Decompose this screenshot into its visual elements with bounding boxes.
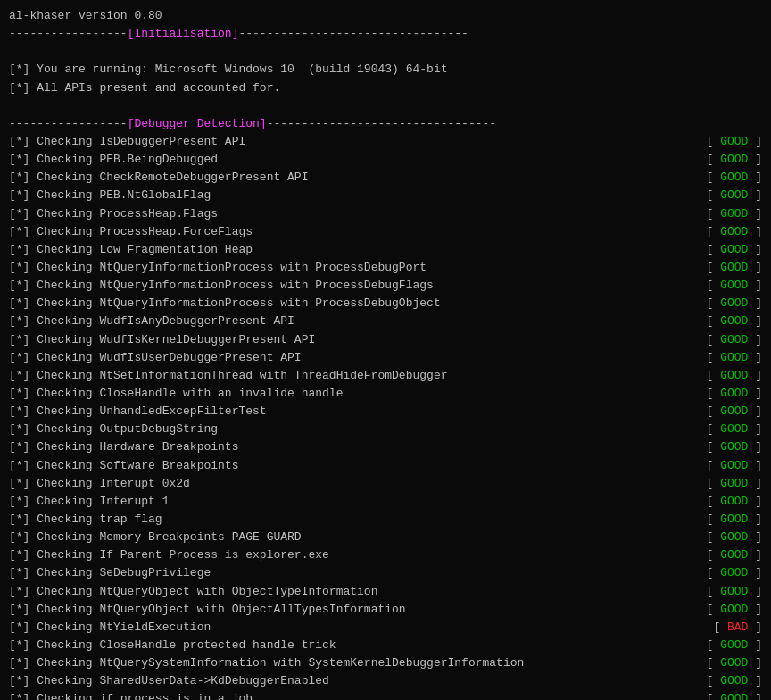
check-label: [*] Checking PEB.NtGlobalFlag	[9, 187, 700, 204]
check-status: [ GOOD ]	[700, 493, 762, 511]
check-status: [ GOOD ]	[700, 529, 762, 546]
check-line: [*] Checking WudfIsAnyDebuggerPresent AP…	[9, 312, 762, 330]
check-line: [*] Checking Hardware Breakpoints[ GOOD …	[9, 438, 762, 456]
check-status: [ GOOD ]	[700, 672, 762, 690]
check-status: [ GOOD ]	[700, 312, 762, 330]
init-line-1: [*] You are running: Microsoft Windows 1…	[9, 61, 762, 79]
check-line: [*] Checking IsDebuggerPresent API[ GOOD…	[9, 133, 762, 151]
check-label: [*] Checking WudfIsAnyDebuggerPresent AP…	[9, 312, 700, 330]
check-label: [*] Checking WudfIsUserDebuggerPresent A…	[9, 349, 700, 367]
check-status: [ GOOD ]	[700, 403, 762, 421]
spacer1	[9, 43, 762, 61]
check-label: [*] Checking NtQueryInformationProcess w…	[9, 259, 700, 277]
check-line: [*] Checking NtQueryInformationProcess w…	[9, 295, 762, 312]
check-label: [*] Checking NtQuerySystemInformation wi…	[9, 654, 700, 672]
check-status: [ GOOD ]	[700, 223, 762, 241]
check-status: [ GOOD ]	[700, 385, 762, 403]
check-line: [*] Checking Interupt 1[ GOOD ]	[9, 493, 762, 511]
init-header-line: -----------------[Initialisation]-------…	[9, 25, 762, 43]
check-label: [*] Checking ProcessHeap.Flags	[9, 205, 700, 223]
check-status: [ GOOD ]	[700, 349, 762, 367]
check-label: [*] Checking NtYieldExecution	[9, 619, 706, 637]
check-label: [*] Checking CheckRemoteDebuggerPresent …	[9, 169, 700, 187]
check-label: [*] Checking NtQueryObject with ObjectTy…	[9, 583, 700, 601]
check-status: [ GOOD ]	[700, 457, 762, 475]
check-status: [ GOOD ]	[700, 564, 762, 582]
check-status: [ GOOD ]	[700, 601, 762, 619]
init-header: -----------------[Initialisation]-------…	[9, 25, 762, 43]
terminal: al-khaser version 0.80 -----------------…	[9, 7, 762, 700]
check-status: [ GOOD ]	[700, 205, 762, 223]
check-line: [*] Checking PEB.NtGlobalFlag[ GOOD ]	[9, 187, 762, 204]
check-status: [ GOOD ]	[700, 277, 762, 295]
check-label: [*] Checking SharedUserData->KdDebuggerE…	[9, 672, 700, 690]
check-line: [*] Checking CloseHandle with an invalid…	[9, 385, 762, 403]
init-text-2: [*] All APIs present and accounted for.	[9, 79, 762, 97]
debugger-section-label: [Debugger Detection]	[128, 117, 267, 130]
spacer2	[9, 97, 762, 115]
check-status: [ GOOD ]	[700, 295, 762, 312]
check-line: [*] Checking NtQueryInformationProcess w…	[9, 277, 762, 295]
check-status: [ GOOD ]	[700, 187, 762, 204]
check-line: [*] Checking CloseHandle protected handl…	[9, 637, 762, 654]
check-line: [*] Checking Memory Breakpoints PAGE GUA…	[9, 529, 762, 546]
check-status: [ GOOD ]	[700, 511, 762, 529]
check-label: [*] Checking PEB.BeingDebugged	[9, 151, 700, 169]
check-line: [*] Checking NtQuerySystemInformation wi…	[9, 654, 762, 672]
check-status: [ GOOD ]	[700, 259, 762, 277]
check-line: [*] Checking WudfIsKernelDebuggerPresent…	[9, 331, 762, 349]
check-line: [*] Checking ProcessHeap.ForceFlags[ GOO…	[9, 223, 762, 241]
check-label: [*] Checking Interupt 1	[9, 493, 700, 511]
check-line: [*] Checking SharedUserData->KdDebuggerE…	[9, 672, 762, 690]
checks-container: [*] Checking IsDebuggerPresent API[ GOOD…	[9, 133, 762, 700]
title-text: al-khaser version 0.80	[9, 7, 762, 25]
check-label: [*] Checking if process is in a job	[9, 690, 700, 700]
check-line: [*] Checking NtYieldExecution[ BAD ]	[9, 619, 762, 637]
check-status: [ GOOD ]	[700, 331, 762, 349]
check-label: [*] Checking CloseHandle with an invalid…	[9, 385, 700, 403]
check-label: [*] Checking OutputDebugString	[9, 421, 700, 438]
check-label: [*] Checking CloseHandle protected handl…	[9, 637, 700, 654]
check-line: [*] Checking if process is in a job[ GOO…	[9, 690, 762, 700]
check-line: [*] Checking WudfIsUserDebuggerPresent A…	[9, 349, 762, 367]
check-label: [*] Checking NtQueryObject with ObjectAl…	[9, 601, 700, 619]
check-label: [*] Checking NtQueryInformationProcess w…	[9, 277, 700, 295]
check-status: [ GOOD ]	[700, 475, 762, 493]
check-line: [*] Checking Interupt 0x2d[ GOOD ]	[9, 475, 762, 493]
check-line: [*] Checking NtQueryObject with ObjectAl…	[9, 601, 762, 619]
check-label: [*] Checking NtSetInformationThread with…	[9, 367, 700, 385]
check-status: [ GOOD ]	[700, 637, 762, 654]
check-line: [*] Checking CheckRemoteDebuggerPresent …	[9, 169, 762, 187]
check-label: [*] Checking Memory Breakpoints PAGE GUA…	[9, 529, 700, 546]
check-line: [*] Checking OutputDebugString[ GOOD ]	[9, 421, 762, 438]
check-status: [ GOOD ]	[700, 367, 762, 385]
check-label: [*] Checking Software Breakpoints	[9, 457, 700, 475]
check-line: [*] Checking NtQueryInformationProcess w…	[9, 259, 762, 277]
check-status: [ GOOD ]	[700, 546, 762, 564]
check-label: [*] Checking If Parent Process is explor…	[9, 546, 700, 564]
check-label: [*] Checking IsDebuggerPresent API	[9, 133, 700, 151]
check-label: [*] Checking Low Fragmentation Heap	[9, 241, 700, 259]
check-status: [ GOOD ]	[700, 690, 762, 700]
check-line: [*] Checking trap flag[ GOOD ]	[9, 511, 762, 529]
check-line: [*] Checking PEB.BeingDebugged[ GOOD ]	[9, 151, 762, 169]
check-line: [*] Checking ProcessHeap.Flags[ GOOD ]	[9, 205, 762, 223]
check-label: [*] Checking SeDebugPrivilege	[9, 564, 700, 582]
check-line: [*] Checking UnhandledExcepFilterTest[ G…	[9, 403, 762, 421]
check-status: [ GOOD ]	[700, 438, 762, 456]
title-line: al-khaser version 0.80	[9, 7, 762, 25]
check-line: [*] Checking SeDebugPrivilege[ GOOD ]	[9, 564, 762, 582]
check-status: [ GOOD ]	[700, 169, 762, 187]
check-status: [ GOOD ]	[700, 421, 762, 438]
check-status: [ GOOD ]	[700, 133, 762, 151]
check-status: [ GOOD ]	[700, 151, 762, 169]
debugger-header-line: -----------------[Debugger Detection]---…	[9, 115, 762, 133]
check-label: [*] Checking Interupt 0x2d	[9, 475, 700, 493]
check-label: [*] Checking UnhandledExcepFilterTest	[9, 403, 700, 421]
check-label: [*] Checking trap flag	[9, 511, 700, 529]
init-line-2: [*] All APIs present and accounted for.	[9, 79, 762, 97]
check-label: [*] Checking ProcessHeap.ForceFlags	[9, 223, 700, 241]
check-status: [ GOOD ]	[700, 241, 762, 259]
check-status: [ GOOD ]	[700, 654, 762, 672]
check-label: [*] Checking Hardware Breakpoints	[9, 438, 700, 456]
